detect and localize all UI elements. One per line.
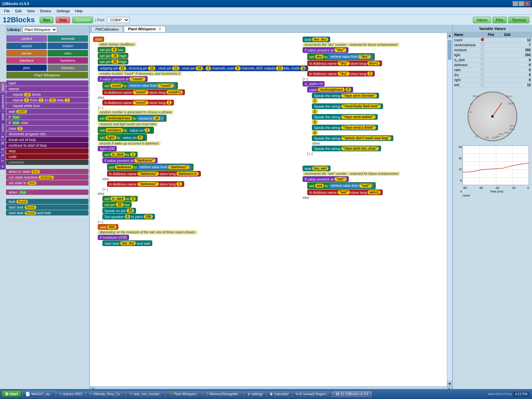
block-comment[interactable]: comment: [6, 160, 88, 165]
tab-plant-whisperer[interactable]: Plant Whisperer ✕: [124, 26, 166, 32]
set-is-dark-1-block[interactable]: set is_dark to 1: [102, 152, 138, 157]
start-button[interactable]: ⊞ start: [1, 390, 22, 398]
in-address-count-1-block[interactable]: In Address name "count" store long 1: [102, 100, 174, 105]
if-dry-present-block[interactable]: if value present at "dry": [303, 47, 348, 53]
port-select[interactable]: COM4*: [107, 17, 129, 23]
cat-pins[interactable]: pins: [6, 65, 47, 71]
side-tab-T[interactable]: T: [0, 158, 6, 164]
var-plot-wet[interactable]: [477, 83, 487, 87]
if-is-dark-0-block[interactable]: is_dark==0: [303, 81, 325, 86]
block-case[interactable]: case 0: [6, 126, 88, 131]
side-tab-E[interactable]: E: [0, 146, 6, 152]
library-dropdown[interactable]: Plant Whisperer: [22, 27, 57, 33]
taskbar-item-memory[interactable]: ⬡ MemoryStorageMo...: [203, 391, 244, 397]
menu-settings[interactable]: Settings: [54, 8, 72, 14]
menu-view[interactable]: View: [24, 8, 38, 14]
canvas-scroll[interactable]: start initial startup conditions set pin…: [90, 33, 452, 386]
taskbar-item-settings[interactable]: ⚙ settings: [244, 391, 266, 397]
set-moisture-block[interactable]: set moisture to value on 1: [98, 127, 154, 134]
var-plot-count[interactable]: [477, 38, 487, 42]
taskbar-item-ultimate[interactable]: ⬡ Ultimate_Row_Co...: [86, 391, 126, 397]
side-tab-N[interactable]: N: [0, 152, 6, 158]
block-start-task-found-wait[interactable]: start task found and wait: [6, 210, 88, 215]
speak-thirstee-block[interactable]: Speak the string "#aye amm thirstee": [312, 93, 379, 98]
in-addr-dry-1-block[interactable]: In Address name "dry" store long 1: [307, 71, 375, 76]
var-plot-light[interactable]: [477, 53, 487, 57]
vertical-scrollbar[interactable]: ▲ ▼: [447, 33, 452, 386]
in-addr-dry-block[interactable]: In Address name "dry" store long dry+1: [307, 61, 382, 66]
set-pin-20-low-block[interactable]: set pin 20 low: [102, 202, 132, 207]
task-too-wet-block[interactable]: task too_wet: [303, 166, 331, 171]
cat-interface[interactable]: interface: [6, 57, 47, 64]
var-plot-ratio[interactable]: [477, 68, 487, 72]
menu-edit[interactable]: Edit: [13, 8, 24, 14]
side-tab-M[interactable]: M: [0, 140, 6, 146]
taskbar-item-calculator[interactable]: 🖩 Calculator: [267, 391, 292, 397]
taskbar-item-arduino[interactable]: ⬡ arduino-0021: [56, 391, 85, 397]
connect-button[interactable]: Connect: [72, 17, 93, 23]
taskbar-item-newrow[interactable]: ⬡ new_row_counter...: [126, 391, 165, 397]
set-randomphrase-block[interactable]: set randomphrase to random( 10 ): [98, 115, 167, 122]
taskbar-item-plantwhisperer[interactable]: 🌿 Plant Whispere...: [166, 391, 202, 397]
set-is-dark-0-block[interactable]: set is_dark to 0: [102, 196, 138, 201]
side-tab-event[interactable]: event: [0, 122, 6, 133]
set-pin-18-block[interactable]: set pin 18 high: [98, 53, 128, 59]
set-light-block[interactable]: set light to value on 0: [98, 134, 147, 141]
set-dry-block[interactable]: set dry to retrieve value from "dry": [307, 53, 375, 60]
block-stop[interactable]: stop: [6, 148, 88, 154]
values-tab-button[interactable]: Values: [473, 17, 491, 23]
close-button[interactable]: ✕: [525, 1, 530, 6]
block-break-loop[interactable]: break out of loop: [6, 137, 88, 142]
scroll-thumb[interactable]: [448, 40, 452, 60]
var-plot-isdark[interactable]: [477, 58, 487, 62]
side-tab-B[interactable]: B: [0, 134, 6, 140]
speak-wahter-block[interactable]: Speak the string "#aye need wahter": [312, 114, 378, 120]
block-code[interactable]: code: [6, 154, 88, 159]
block-continue-loop[interactable]: continue to start of loop: [6, 143, 88, 148]
side-tab-advanced[interactable]: advanced: [0, 93, 6, 111]
block-if-true[interactable]: if true: [6, 114, 88, 120]
if-darkness-present-block[interactable]: if value present at "darkness": [102, 158, 158, 163]
block-when-in-state[interactable]: when in state find: [6, 169, 88, 174]
set-count-block[interactable]: set count to retrieve value from "count": [102, 82, 178, 89]
speak-drae-block[interactable]: Speak the string "#aye amm too ,drae": [312, 146, 381, 151]
block-repeat-n[interactable]: repeat n from 1 to 10 step 1: [6, 97, 88, 103]
side-tab-state[interactable]: state: [0, 111, 6, 122]
tab-pwcalibration[interactable]: PWCalibration: [91, 26, 123, 32]
close-tab-icon[interactable]: ✕: [158, 27, 161, 31]
block-set-state-to[interactable]: set state to find: [6, 180, 88, 186]
stop-button[interactable]: Stop: [56, 17, 70, 23]
cat-vars[interactable]: vars: [48, 50, 88, 57]
block-if-true-else[interactable]: if true else: [6, 120, 88, 125]
block-run-state-machine[interactable]: run state machine strategy: [6, 175, 88, 180]
block-task-found[interactable]: task found: [6, 199, 88, 204]
speak-drink-block[interactable]: Speak the string "#aye need a drink": [312, 125, 378, 130]
if-value-present-count[interactable]: if value present at "count": [98, 76, 148, 82]
set-speaker-block[interactable]: Set speaker 0 to pitch 100: [102, 214, 155, 219]
in-addr-darkness-block[interactable]: In Address name "darkness" store long da…: [107, 171, 201, 177]
set-pin-20-block[interactable]: set pin 20 high: [98, 59, 128, 65]
var-plot-randomphrase[interactable]: [477, 43, 487, 47]
block-wait[interactable]: wait 1000: [6, 109, 88, 114]
minimize-button[interactable]: _: [513, 1, 518, 6]
if-wet-present-block[interactable]: if value present at "wet": [303, 176, 349, 182]
side-tab-basic[interactable]: basic: [0, 82, 6, 93]
pins-tab-button[interactable]: Pins: [492, 17, 507, 23]
if-light-200-block[interactable]: light<200: [98, 146, 117, 151]
block-show-edit[interactable]: show/edit program info: [6, 131, 88, 137]
terminal-tab-button[interactable]: Terminal: [508, 17, 529, 23]
taskbar-item-rogers[interactable]: ✉ (0 unread) Rogers...: [293, 391, 332, 397]
set-pin-9-block[interactable]: set pin 9 low: [98, 47, 125, 53]
menu-file[interactable]: File: [1, 8, 13, 14]
menu-device[interactable]: Device: [37, 8, 54, 14]
if-moisture-2200-block[interactable]: if moisture>2200: [98, 235, 129, 240]
var-plot-darkness[interactable]: [477, 63, 487, 67]
start-task-too-dry-block[interactable]: start task too_dry and wait: [102, 240, 152, 246]
cat-sound[interactable]: sound: [6, 43, 47, 49]
run-button[interactable]: Run: [40, 17, 54, 23]
maximize-button[interactable]: □: [519, 1, 524, 6]
block-start-task-found[interactable]: start task found: [6, 204, 88, 210]
case-randomphrase-block[interactable]: case randomphrase 0: [307, 87, 353, 92]
var-plot-right[interactable]: [477, 78, 487, 82]
scroll-down-button[interactable]: ▼: [447, 381, 452, 386]
